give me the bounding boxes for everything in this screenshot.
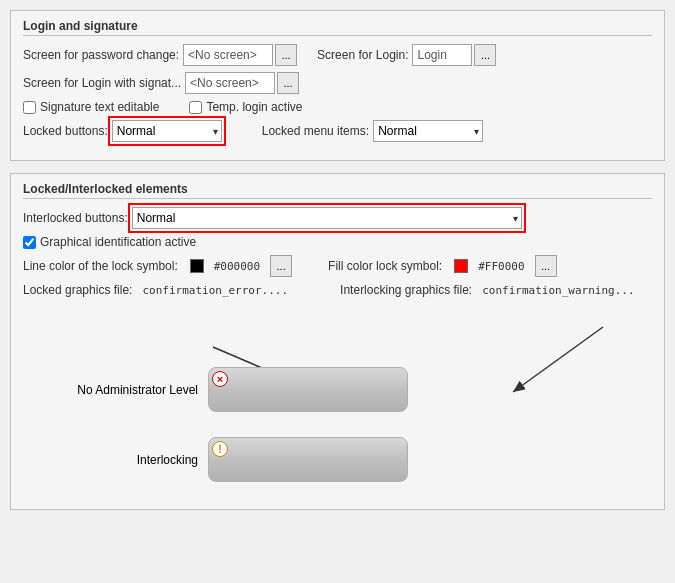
signature-checkbox[interactable] <box>23 101 36 114</box>
locked-buttons-label: Locked buttons: <box>23 124 108 138</box>
interlocking-label: Interlocking <box>23 453 198 467</box>
locked-menu-select-wrapper: Normal Disabled Hidden <box>373 120 483 142</box>
screen-signature-input[interactable] <box>185 72 275 94</box>
screen-login-btn[interactable]: ... <box>474 44 496 66</box>
locked-buttons-select[interactable]: Normal Disabled Hidden <box>112 120 222 142</box>
signature-check-label[interactable]: Signature text editable <box>23 100 159 114</box>
locked-menu-label: Locked menu items: <box>262 124 369 138</box>
screen-signature-btn[interactable]: ... <box>277 72 299 94</box>
interlocking-graphics-label: Interlocking graphics file: <box>340 283 472 297</box>
fill-color-label: Fill color lock symbol: <box>328 259 442 273</box>
screen-password-row: Screen for password change: ... Screen f… <box>23 44 652 66</box>
graphical-checkbox[interactable] <box>23 236 36 249</box>
graphical-check-row: Graphical identification active <box>23 235 652 249</box>
locked-interlocked-panel: Locked/Interlocked elements Interlocked … <box>10 173 665 510</box>
locked-buttons-select-wrapper: Normal Disabled Hidden <box>112 120 222 142</box>
interlocking-row: Interlocking ! <box>23 437 652 482</box>
fill-color-swatch <box>454 259 468 273</box>
fill-color-value: #FF0000 <box>478 260 524 273</box>
no-admin-label: No Administrator Level <box>23 383 198 397</box>
colors-row: Line color of the lock symbol: #000000 .… <box>23 255 652 277</box>
no-admin-row: No Administrator Level × <box>23 367 652 412</box>
interlocking-button: ! <box>208 437 408 482</box>
screen-signature-row: Screen for Login with signat... ... <box>23 72 652 94</box>
locked-graphics-value: confirmation_error.... <box>142 284 288 297</box>
demo-area: No Administrator Level × Interlocking ! <box>23 307 652 497</box>
screen-password-btn[interactable]: ... <box>275 44 297 66</box>
line-color-value: #000000 <box>214 260 260 273</box>
error-icon: × <box>212 371 228 387</box>
line-color-label: Line color of the lock symbol: <box>23 259 178 273</box>
graphical-check-label[interactable]: Graphical identification active <box>23 235 196 249</box>
interlocked-buttons-select[interactable]: Normal Disabled Hidden <box>132 207 522 229</box>
graphics-files-row: Locked graphics file: confirmation_error… <box>23 283 652 297</box>
screen-login-label: Screen for Login: <box>317 48 408 62</box>
locked-panel-title: Locked/Interlocked elements <box>23 182 652 199</box>
temp-login-check-label[interactable]: Temp. login active <box>189 100 302 114</box>
locked-graphics-label: Locked graphics file: <box>23 283 132 297</box>
interlocked-buttons-label: Interlocked buttons: <box>23 211 128 225</box>
interlocked-buttons-row: Interlocked buttons: Normal Disabled Hid… <box>23 207 652 229</box>
interlocked-buttons-select-wrapper: Normal Disabled Hidden <box>132 207 522 229</box>
no-admin-button: × <box>208 367 408 412</box>
fill-color-btn[interactable]: ... <box>535 255 557 277</box>
locked-menu-select[interactable]: Normal Disabled Hidden <box>373 120 483 142</box>
screen-password-label: Screen for password change: <box>23 48 179 62</box>
login-signature-panel: Login and signature Screen for password … <box>10 10 665 161</box>
screen-password-input[interactable] <box>183 44 273 66</box>
interlocking-graphics-value: confirmation_warning... <box>482 284 634 297</box>
screen-login-input[interactable] <box>412 44 472 66</box>
login-panel-title: Login and signature <box>23 19 652 36</box>
line-color-btn[interactable]: ... <box>270 255 292 277</box>
screen-signature-label: Screen for Login with signat... <box>23 76 181 90</box>
warning-icon: ! <box>212 441 228 457</box>
locked-buttons-row: Locked buttons: Normal Disabled Hidden L… <box>23 120 652 142</box>
line-color-swatch <box>190 259 204 273</box>
checkboxes-row: Signature text editable Temp. login acti… <box>23 100 652 114</box>
temp-login-checkbox[interactable] <box>189 101 202 114</box>
